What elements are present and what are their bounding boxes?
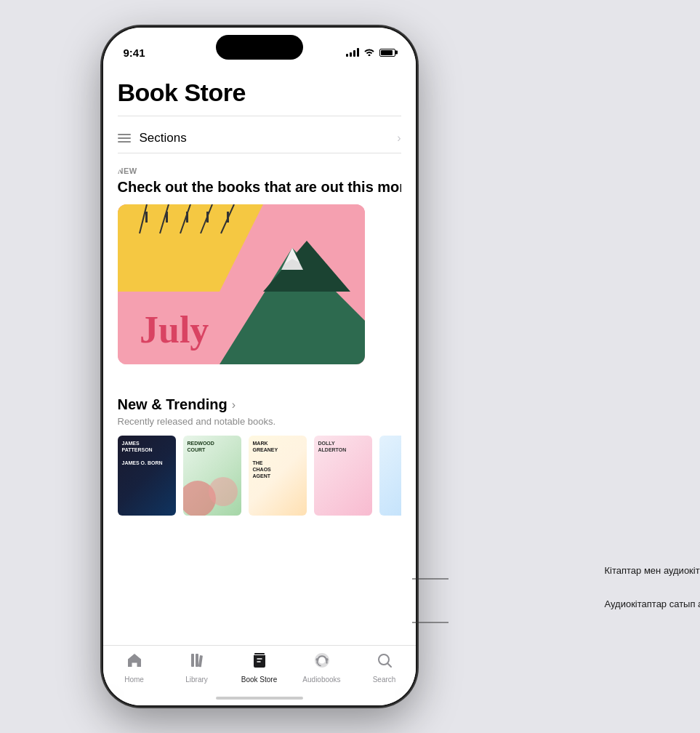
- svg-point-18: [209, 477, 238, 506]
- svg-rect-25: [326, 661, 327, 664]
- wifi-icon: [363, 47, 375, 58]
- book-text-4: DOLLYALDERTON: [314, 436, 351, 457]
- svg-line-27: [387, 664, 391, 668]
- tab-library[interactable]: Library: [175, 652, 219, 684]
- book-cover-2[interactable]: REDWOODCOURT: [183, 436, 241, 516]
- annotation-text-2: Аудиокітаптар сатып алыңыз.: [605, 598, 701, 611]
- sections-row[interactable]: Sections ›: [118, 124, 401, 153]
- trending-subtitle: Recently released and notable books.: [118, 416, 401, 427]
- tab-audiobooks[interactable]: Audiobooks: [300, 652, 344, 684]
- annotation-lines-svg: [448, 564, 608, 652]
- tab-library-label: Library: [185, 676, 208, 684]
- trending-title: New & Trending: [118, 396, 228, 413]
- tab-bookstore[interactable]: Book Store: [238, 652, 281, 684]
- svg-rect-21: [198, 655, 202, 667]
- book-cover-3[interactable]: MARKGREANEYTHECHAOSAGENT: [249, 436, 307, 516]
- content-area: Book Store Sections ›: [103, 67, 416, 645]
- status-bar: 9:41: [103, 28, 416, 67]
- home-icon: [126, 652, 143, 673]
- trending-chevron-icon: ›: [232, 398, 236, 412]
- tab-bookstore-label: Book Store: [241, 676, 277, 684]
- featured-card-1[interactable]: NEW Check out the books that are out thi…: [118, 167, 401, 382]
- tab-home-label: Home: [124, 676, 144, 684]
- svg-point-23: [325, 658, 328, 661]
- phone-frame: 9:41 Book Store: [103, 28, 416, 705]
- search-icon: [376, 652, 393, 673]
- featured-card-1-title: Check out the books that are out this mo…: [118, 178, 401, 196]
- svg-rect-20: [196, 654, 198, 667]
- library-icon: [188, 652, 206, 673]
- book-cover-1[interactable]: JAMESPATTERSONJAMES O. BORN: [118, 436, 176, 516]
- svg-rect-19: [191, 654, 194, 667]
- svg-rect-11: [227, 212, 229, 223]
- book-cover-5[interactable]: [379, 436, 401, 516]
- status-icons: [346, 47, 395, 58]
- bookstore-icon: [251, 652, 268, 673]
- home-indicator: [216, 697, 303, 700]
- divider-1: [118, 116, 401, 116]
- tab-home[interactable]: Home: [113, 652, 156, 684]
- annotation-area: Кітаптар мен аудиокітаптар іздеңіз. Ауди…: [605, 564, 701, 611]
- book-cover-4[interactable]: DOLLYALDERTON: [314, 436, 372, 516]
- dynamic-island: [216, 35, 303, 60]
- sections-left: Sections: [118, 131, 187, 145]
- battery-icon: [379, 49, 395, 57]
- trending-section-header: New & Trending ›: [118, 396, 401, 413]
- page-title: Book Store: [118, 79, 401, 107]
- featured-card-1-badge: NEW: [118, 167, 401, 175]
- page-scroll: Book Store Sections ›: [103, 67, 416, 645]
- featured-row: NEW Check out the books that are out thi…: [118, 167, 401, 382]
- svg-rect-7: [145, 212, 148, 223]
- svg-rect-10: [206, 212, 209, 223]
- book-text-1: JAMESPATTERSONJAMES O. BORN: [118, 436, 167, 470]
- annotation-text-1: Кітаптар мен аудиокітаптар іздеңіз.: [605, 564, 701, 577]
- svg-text:July: July: [140, 309, 209, 351]
- sections-label: Sections: [140, 131, 187, 145]
- svg-point-22: [315, 658, 318, 661]
- sections-chevron-icon: ›: [397, 132, 401, 145]
- book-text-3: MARKGREANEYTHECHAOSAGENT: [249, 436, 283, 484]
- svg-rect-8: [166, 212, 168, 223]
- status-time: 9:41: [124, 47, 145, 59]
- divider-2: [118, 153, 401, 153]
- tab-search-label: Search: [373, 676, 396, 684]
- tab-audiobooks-label: Audiobooks: [302, 676, 340, 684]
- tab-search[interactable]: Search: [363, 652, 406, 684]
- signal-icon: [346, 48, 359, 57]
- hamburger-icon: [118, 134, 131, 143]
- featured-card-1-image: July: [118, 204, 365, 364]
- books-row: JAMESPATTERSONJAMES O. BORN REDWOODCOURT…: [118, 436, 401, 516]
- audiobooks-icon: [313, 652, 331, 673]
- book-text-2: REDWOODCOURT: [183, 436, 219, 457]
- svg-rect-9: [186, 212, 188, 223]
